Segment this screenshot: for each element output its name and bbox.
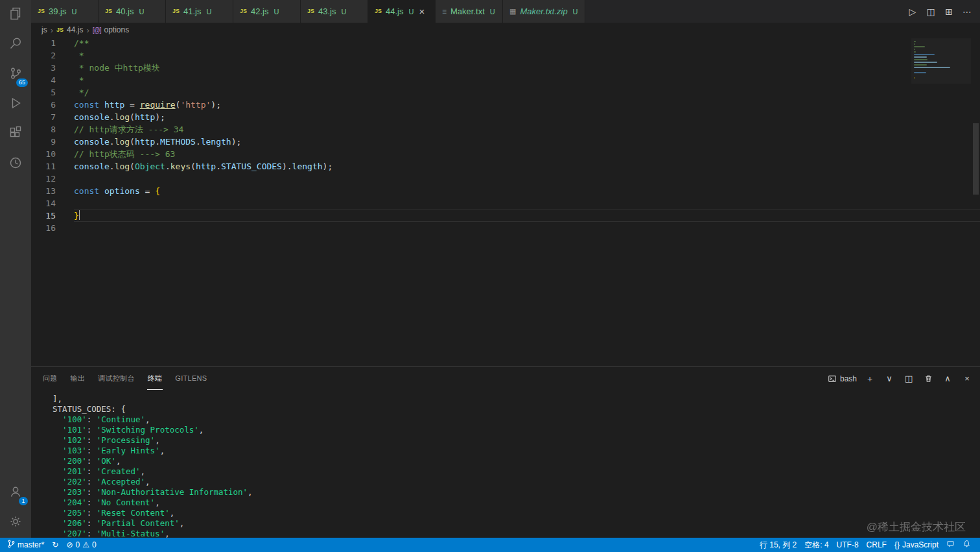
panel-tab-调试控制台[interactable]: 调试控制台 [97,367,135,390]
line-number: 1 [31,37,74,49]
code-line[interactable]: 2 * [31,49,980,62]
bell-icon [962,540,971,550]
terminal-line: ], [43,394,980,404]
new-terminal-button[interactable]: ＋ [863,372,876,385]
activity-bar: 65 1 [0,0,31,538]
problems-item[interactable]: ⊘ 0 ⚠ 0 [62,538,100,552]
search-button[interactable] [0,30,31,60]
code-line[interactable]: 14 [31,197,980,210]
code-line[interactable]: 3 * node 中http模块 [31,62,980,74]
split-terminal-button[interactable]: ◫ [902,372,915,385]
feedback-button[interactable] [942,538,959,552]
terminal-line: '207': 'Multi-Status', [43,529,980,538]
tab-label: 40.js [116,6,134,16]
breadcrumb-symbol[interactable]: options [104,25,129,34]
tab-42.js[interactable]: JS42.jsU [233,0,301,23]
code-line[interactable]: 10// http状态码 ---> 63 [31,148,980,160]
braces-icon: {} [894,540,900,549]
code-line[interactable]: 11console.log(Object.keys(http.STATUS_CO… [31,160,980,173]
code-editor[interactable]: 1/**2 *3 * node 中http模块4 *5 */6const htt… [31,37,980,366]
tab-Maker.txt.zip[interactable]: ▦Maker.txt.zipU [503,0,585,23]
panel-tab-终端[interactable]: 终端 [147,367,163,390]
maximize-panel-button[interactable]: ∧ [941,372,954,385]
layout-button[interactable]: ⊞ [940,0,958,23]
status-bar: master* ↻ ⊘ 0 ⚠ 0 行 15, 列 2 空格: 4 UTF-8 … [0,538,980,552]
trash-icon [924,374,933,383]
branch-name: master* [18,540,44,549]
git-status-badge: U [206,8,211,16]
minimap[interactable] [911,38,971,84]
kill-terminal-button[interactable] [922,372,935,385]
code-line[interactable]: 9console.log(http.METHODS.length); [31,136,980,148]
accounts-badge: 1 [19,497,28,505]
split-editor-button[interactable]: ◫ [922,0,940,23]
indentation-item[interactable]: 空格: 4 [800,538,832,552]
code-line[interactable]: 5 */ [31,86,980,99]
code-line[interactable]: 6const http = require('http'); [31,99,980,111]
language-mode-item[interactable]: {} JavaScript [891,538,942,552]
terminal-line: STATUS_CODES: { [43,404,980,414]
explorer-button[interactable] [0,0,31,30]
source-control-button[interactable]: 65 [0,60,31,90]
bottom-panel: 问题输出调试控制台终端GITLENS bash ＋ ∨ ◫ ∧ × ] [31,366,980,538]
sync-button[interactable]: ↻ [48,538,62,552]
panel-tab-输出[interactable]: 输出 [70,367,86,390]
code-line[interactable]: 8// http请求方法 ---> 34 [31,123,980,136]
code-line[interactable]: 4 * [31,74,980,86]
notifications-button[interactable] [959,538,975,552]
tab-44.js[interactable]: JS44.jsU× [368,0,436,23]
code-line[interactable]: 7console.log(http); [31,111,980,123]
tab-label: 41.js [183,6,201,16]
terminal-line: '200': 'OK', [43,456,980,466]
terminal-dropdown-button[interactable]: ∨ [883,372,896,385]
editor-scrollbar[interactable] [973,123,979,195]
panel-tab-问题[interactable]: 问题 [42,367,58,390]
code-line[interactable]: 15} [31,210,980,222]
breadcrumb-folder[interactable]: js [41,25,47,34]
code-line[interactable]: 12 [31,173,980,185]
terminal-line: '100': 'Continue', [43,414,980,425]
close-panel-button[interactable]: × [961,372,974,385]
accounts-button[interactable]: 1 [0,478,31,508]
line-number: 5 [31,86,74,99]
workbench: 65 1 [0,0,980,538]
code-line[interactable]: 13const options = { [31,185,980,197]
tab-40.js[interactable]: JS40.jsU [99,0,166,23]
terminal-line: '101': 'Switching Protocols', [43,425,980,435]
run-debug-button[interactable] [0,90,31,119]
git-branch-item[interactable]: master* [4,538,48,552]
eol-item[interactable]: CRLF [863,538,891,552]
tab-close-icon[interactable]: × [419,6,425,16]
gear-icon [8,514,23,532]
js-file-icon: JS [38,8,45,14]
cursor-position-item[interactable]: 行 15, 列 2 [756,538,800,552]
code-line[interactable]: 16 [31,222,980,234]
symbol-variable-icon: [@] [93,27,101,34]
tab-43.js[interactable]: JS43.jsU [301,0,368,23]
terminal-line: '102': 'Processing', [43,435,980,446]
tab-41.js[interactable]: JS41.jsU [166,0,233,23]
terminal-icon [828,374,837,383]
tab-Maker.txt[interactable]: ≡Maker.txtU [436,0,503,23]
terminal-content[interactable]: ], STATUS_CODES: { '100': 'Continue', '1… [31,390,980,538]
timeline-button[interactable] [0,149,31,179]
tab-39.js[interactable]: JS39.jsU [31,0,99,23]
terminal-line: '206': 'Partial Content', [43,518,980,529]
terminal-shell-label: bash [840,374,857,383]
breadcrumb-file[interactable]: 44.js [67,25,83,34]
run-button[interactable]: ▷ [904,0,922,23]
panel-tab-list: 问题输出调试控制台终端GITLENS [42,367,208,390]
js-file-icon: JS [56,27,64,33]
more-actions-button[interactable]: ⋯ [958,0,976,23]
extensions-button[interactable] [0,119,31,149]
terminal-picker[interactable]: bash [828,374,857,383]
settings-button[interactable] [0,508,31,538]
code-line[interactable]: 1/** [31,37,980,49]
encoding-item[interactable]: UTF-8 [833,538,863,552]
extensions-icon [8,125,23,143]
git-status-badge: U [408,8,414,16]
txt-file-icon: ≡ [442,8,447,16]
panel-tab-GITLENS[interactable]: GITLENS [174,367,207,390]
line-number: 14 [31,197,74,210]
line-number: 10 [31,148,74,160]
